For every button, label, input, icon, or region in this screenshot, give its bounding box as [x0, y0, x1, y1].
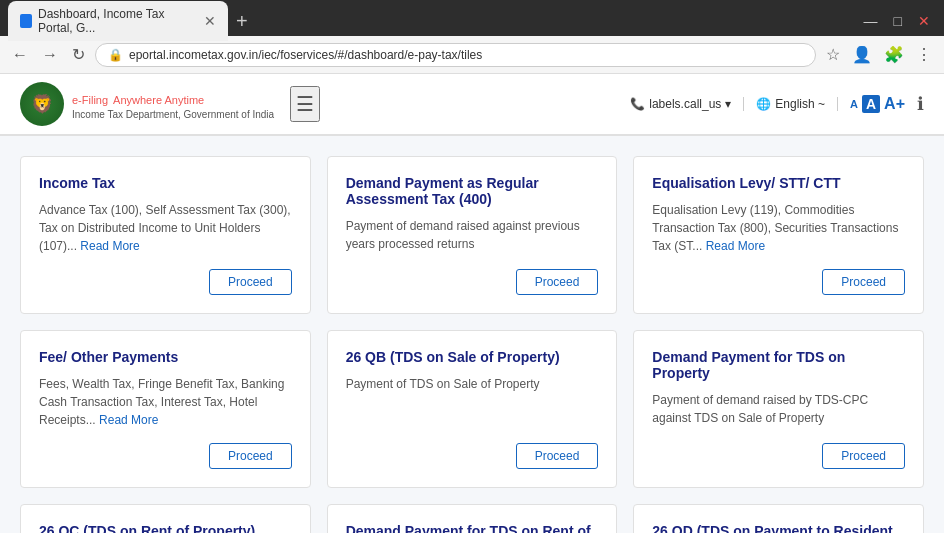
income-tax-card: Income Tax Advance Tax (100), Self Asses… [20, 156, 311, 314]
logo-text: e-Filing Anywhere Anytime Income Tax Dep… [72, 88, 274, 120]
equalisation-levy-read-more[interactable]: Read More [706, 239, 765, 253]
site-header: 🦁 e-Filing Anywhere Anytime Income Tax D… [0, 74, 944, 136]
demand-tds-desc: Payment of demand raised by TDS-CPC agai… [652, 391, 905, 429]
income-tax-read-more[interactable]: Read More [80, 239, 139, 253]
font-small-button[interactable]: A [850, 98, 858, 110]
reload-button[interactable]: ↻ [68, 41, 89, 68]
font-medium-button[interactable]: A [862, 95, 880, 113]
26qb-desc: Payment of TDS on Sale of Property [346, 375, 599, 429]
equalisation-levy-title: Equalisation Levy/ STT/ CTT [652, 175, 905, 191]
equalisation-levy-desc: Equalisation Levy (119), Commodities Tra… [652, 201, 905, 255]
logo-dept: Income Tax Department, Government of Ind… [72, 109, 274, 120]
demand-tds-card: Demand Payment for TDS on Property Payme… [633, 330, 924, 488]
fee-other-payments-card: Fee/ Other Payments Fees, Wealth Tax, Fr… [20, 330, 311, 488]
globe-icon: 🌐 [756, 97, 771, 111]
page-wrapper: 🦁 e-Filing Anywhere Anytime Income Tax D… [0, 74, 944, 533]
menu-icon[interactable]: ⋮ [912, 41, 936, 68]
call-us-label: 📞 labels.call_us ▾ [630, 97, 744, 111]
hamburger-menu[interactable]: ☰ [290, 86, 320, 122]
tab-favicon [20, 14, 32, 28]
demand-tds-rent-card: Demand Payment for TDS on Rent of Proper… [327, 504, 618, 533]
minimize-button[interactable]: — [858, 11, 884, 31]
logo-efiling: e-Filing Anywhere Anytime [72, 88, 274, 109]
demand-payment-regular-title: Demand Payment as Regular Assessment Tax… [346, 175, 599, 207]
url-text: eportal.incometax.gov.in/iec/foservices/… [129, 48, 482, 62]
address-bar[interactable]: 🔒 eportal.incometax.gov.in/iec/foservice… [95, 43, 816, 67]
income-tax-proceed-button[interactable]: Proceed [209, 269, 292, 295]
browser-toolbar: ← → ↻ 🔒 eportal.incometax.gov.in/iec/fos… [0, 36, 944, 74]
equalisation-levy-card: Equalisation Levy/ STT/ CTT Equalisation… [633, 156, 924, 314]
forward-button[interactable]: → [38, 42, 62, 68]
font-size-controls: A A A+ [850, 95, 905, 113]
demand-payment-regular-card: Demand Payment as Regular Assessment Tax… [327, 156, 618, 314]
26qb-proceed-button[interactable]: Proceed [516, 443, 599, 469]
demand-tds-rent-title: Demand Payment for TDS on Rent of Proper… [346, 523, 599, 533]
header-right: 📞 labels.call_us ▾ 🌐 English ~ A A A+ ℹ [630, 93, 924, 115]
toolbar-icons: ☆ 👤 🧩 ⋮ [822, 41, 936, 68]
demand-tds-proceed-button[interactable]: Proceed [822, 443, 905, 469]
logo-emblem: 🦁 [20, 82, 64, 126]
lock-icon: 🔒 [108, 48, 123, 62]
back-button[interactable]: ← [8, 42, 32, 68]
lang-label: English ~ [775, 97, 825, 111]
income-tax-title: Income Tax [39, 175, 292, 191]
26qc-title: 26 QC (TDS on Rent of Property) [39, 523, 292, 533]
info-button[interactable]: ℹ [917, 93, 924, 115]
browser-tab-active[interactable]: Dashboard, Income Tax Portal, G... ✕ [8, 1, 228, 41]
26qd-title: 26 QD (TDS on Payment to Resident Contra… [652, 523, 905, 533]
fee-other-proceed-button[interactable]: Proceed [209, 443, 292, 469]
bottom-cards-row: 26 QC (TDS on Rent of Property) Demand P… [20, 504, 924, 533]
26qb-footer: Proceed [346, 443, 599, 469]
window-controls: — □ ✕ [858, 11, 936, 31]
fee-other-title: Fee/ Other Payments [39, 349, 292, 365]
language-selector[interactable]: 🌐 English ~ [756, 97, 838, 111]
fee-other-footer: Proceed [39, 443, 292, 469]
extensions-icon[interactable]: 🧩 [880, 41, 908, 68]
logo-area: 🦁 e-Filing Anywhere Anytime Income Tax D… [20, 82, 274, 126]
demand-payment-regular-footer: Proceed [346, 269, 599, 295]
font-large-button[interactable]: A+ [884, 95, 905, 113]
tab-close-button[interactable]: ✕ [204, 13, 216, 29]
income-tax-desc: Advance Tax (100), Self Assessment Tax (… [39, 201, 292, 255]
demand-payment-regular-proceed-button[interactable]: Proceed [516, 269, 599, 295]
payment-cards-grid: Income Tax Advance Tax (100), Self Asses… [20, 156, 924, 488]
demand-tds-footer: Proceed [652, 443, 905, 469]
header-left: 🦁 e-Filing Anywhere Anytime Income Tax D… [20, 82, 320, 126]
income-tax-footer: Proceed [39, 269, 292, 295]
equalisation-levy-footer: Proceed [652, 269, 905, 295]
maximize-button[interactable]: □ [888, 11, 908, 31]
close-button[interactable]: ✕ [912, 11, 936, 31]
demand-tds-title: Demand Payment for TDS on Property [652, 349, 905, 381]
demand-payment-regular-desc: Payment of demand raised against previou… [346, 217, 599, 255]
new-tab-button[interactable]: + [228, 10, 256, 33]
26qb-card: 26 QB (TDS on Sale of Property) Payment … [327, 330, 618, 488]
fee-other-read-more[interactable]: Read More [99, 413, 158, 427]
call-dropdown-icon[interactable]: ▾ [725, 97, 731, 111]
26qb-title: 26 QB (TDS on Sale of Property) [346, 349, 599, 365]
browser-tab-bar: Dashboard, Income Tax Portal, G... ✕ + —… [0, 0, 944, 36]
phone-icon: 📞 [630, 97, 645, 111]
26qd-card: 26 QD (TDS on Payment to Resident Contra… [633, 504, 924, 533]
bookmark-icon[interactable]: ☆ [822, 41, 844, 68]
26qc-card: 26 QC (TDS on Rent of Property) [20, 504, 311, 533]
equalisation-levy-proceed-button[interactable]: Proceed [822, 269, 905, 295]
fee-other-desc: Fees, Wealth Tax, Fringe Benefit Tax, Ba… [39, 375, 292, 429]
browser-chrome: Dashboard, Income Tax Portal, G... ✕ + —… [0, 0, 944, 74]
profile-icon[interactable]: 👤 [848, 41, 876, 68]
main-content: Income Tax Advance Tax (100), Self Asses… [0, 136, 944, 533]
logo-tagline: Anywhere Anytime [113, 94, 204, 106]
tab-title: Dashboard, Income Tax Portal, G... [38, 7, 198, 35]
